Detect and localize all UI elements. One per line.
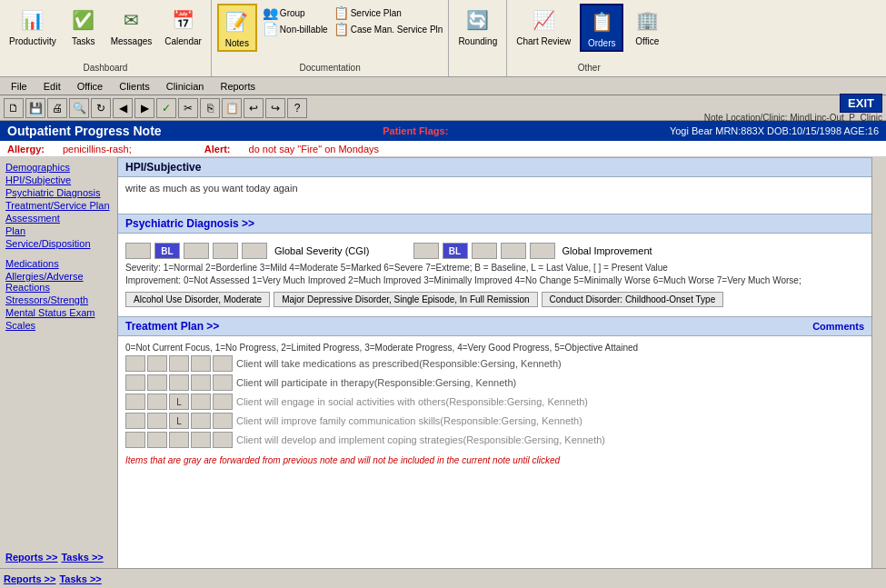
menu-edit[interactable]: Edit: [36, 79, 68, 94]
help-btn[interactable]: ?: [287, 98, 307, 118]
sidebar-item-assessment[interactable]: Assessment: [4, 212, 114, 224]
sidebar-item-medications[interactable]: Medications: [4, 257, 114, 270]
t-box-0-4[interactable]: [191, 355, 211, 372]
bottom-tasks-btn[interactable]: Tasks >>: [59, 573, 101, 584]
t-box-1-4[interactable]: [191, 374, 211, 391]
t-box-3-2[interactable]: [147, 413, 167, 429]
t-box-2-1[interactable]: [125, 394, 145, 410]
tasks-bottom-btn[interactable]: Tasks >>: [61, 552, 103, 563]
orders-button[interactable]: 📋 Orders: [580, 4, 623, 52]
t-box-0-2[interactable]: [147, 355, 167, 372]
group-button[interactable]: 👥 Group: [263, 5, 328, 20]
sev-box-4[interactable]: [213, 243, 238, 259]
sev-box-5[interactable]: [242, 243, 267, 259]
undo-btn[interactable]: ↩: [244, 98, 264, 118]
exit-button[interactable]: EXIT: [840, 94, 882, 113]
menu-clinician[interactable]: Clinician: [159, 79, 212, 94]
t-box-0-1[interactable]: [125, 355, 145, 372]
treatment-header-link[interactable]: Treatment Plan >>: [125, 320, 219, 333]
chart-review-button[interactable]: 📈 Chart Review: [513, 4, 574, 48]
sidebar-item-allergies[interactable]: Allergies/Adverse Reactions: [4, 270, 114, 294]
print-btn[interactable]: 🖨: [47, 98, 67, 118]
calendar-button[interactable]: 📅 Calendar: [161, 4, 205, 48]
sidebar-item-treatment[interactable]: Treatment/Service Plan: [4, 199, 114, 212]
t-box-4-4[interactable]: [191, 432, 211, 448]
imp-box-bl[interactable]: BL: [443, 243, 468, 259]
menu-office[interactable]: Office: [70, 79, 111, 94]
imp-box-3[interactable]: [472, 243, 497, 259]
t-box-3-5[interactable]: [213, 413, 233, 429]
t-box-3-l[interactable]: L: [169, 413, 189, 429]
new-btn[interactable]: 🗋: [4, 98, 24, 118]
t-box-3-4[interactable]: [191, 413, 211, 429]
back-btn[interactable]: ◀: [113, 98, 133, 118]
t-box-1-2[interactable]: [147, 374, 167, 391]
t-box-4-5[interactable]: [213, 432, 233, 448]
t-box-3-1[interactable]: [125, 413, 145, 429]
treatment-row-2: L Client will engage in social activitie…: [125, 394, 864, 410]
sidebar-item-mental-status[interactable]: Mental Status Exam: [4, 306, 114, 319]
sidebar-item-scales[interactable]: Scales: [4, 319, 114, 332]
t-box-2-5[interactable]: [213, 394, 233, 410]
t-box-1-1[interactable]: [125, 374, 145, 391]
treatment-text-2[interactable]: Client will engage in social activities …: [236, 396, 588, 407]
hpi-section-header: HPI/Subjective: [118, 157, 871, 177]
bottom-reports-btn[interactable]: Reports >>: [4, 573, 55, 584]
sidebar-item-hpi[interactable]: HPI/Subjective: [4, 174, 114, 186]
allergy-value: penicillins-rash;: [63, 144, 132, 154]
copy-btn[interactable]: ⎘: [200, 98, 220, 118]
tasks-button[interactable]: ✅ Tasks: [65, 4, 102, 48]
menu-file[interactable]: File: [4, 79, 35, 94]
page-title: Outpatient Progress Note: [7, 124, 162, 138]
psych-header-link[interactable]: Psychiatric Diagnosis >>: [125, 217, 254, 230]
t-box-1-3[interactable]: [169, 374, 189, 391]
t-box-2-4[interactable]: [191, 394, 211, 410]
sev-box-1[interactable]: [125, 243, 151, 259]
sev-box-3[interactable]: [184, 243, 209, 259]
refresh-btn[interactable]: ↻: [91, 98, 111, 118]
rounding-button[interactable]: 🔄 Rounding: [454, 4, 501, 48]
save-btn[interactable]: 💾: [25, 98, 45, 118]
dx-pill-1[interactable]: Major Depressive Disorder, Single Episod…: [274, 292, 537, 307]
t-box-4-3[interactable]: [169, 432, 189, 448]
sidebar-nav: Demographics HPI/Subjective Psychiatric …: [4, 161, 114, 332]
notes-button[interactable]: 📝 Notes: [217, 4, 257, 52]
forward-btn[interactable]: ▶: [134, 98, 154, 118]
t-box-1-5[interactable]: [213, 374, 233, 391]
sev-box-bl[interactable]: BL: [154, 243, 180, 259]
treatment-text-3[interactable]: Client will improve family communication…: [236, 415, 582, 426]
caseman-button[interactable]: 📋 Case Man. Service Pln: [333, 22, 443, 36]
t-box-2-2[interactable]: [147, 394, 167, 410]
productivity-button[interactable]: 📊 Productivity: [5, 4, 60, 48]
sidebar-item-service[interactable]: Service/Disposition: [4, 237, 114, 250]
t-box-4-2[interactable]: [147, 432, 167, 448]
menu-reports[interactable]: Reports: [213, 79, 263, 94]
treatment-text-4[interactable]: Client will develop and implement coping…: [236, 434, 605, 445]
sidebar-item-stressors[interactable]: Stressors/Strength: [4, 294, 114, 306]
imp-box-4[interactable]: [501, 243, 526, 259]
sidebar-item-demographics[interactable]: Demographics: [4, 161, 114, 174]
messages-button[interactable]: ✉ Messages: [107, 4, 156, 48]
sidebar-item-plan[interactable]: Plan: [4, 224, 114, 237]
t-box-0-5[interactable]: [213, 355, 233, 372]
imp-box-5[interactable]: [530, 243, 555, 259]
office-button[interactable]: 🏢 Office: [629, 4, 665, 48]
nonbillable-button[interactable]: 📄 Non-billable: [263, 22, 328, 36]
serviceplan-button[interactable]: 📋 Service Plan: [333, 5, 443, 20]
paste-btn[interactable]: 📋: [222, 98, 242, 118]
scrollbar[interactable]: [871, 157, 886, 568]
menu-clients[interactable]: Clients: [112, 79, 157, 94]
reports-bottom-btn[interactable]: Reports >>: [5, 552, 57, 563]
redo-btn[interactable]: ↪: [265, 98, 285, 118]
dx-pill-2[interactable]: Conduct Disorder: Childhood-Onset Type: [542, 292, 724, 307]
cut-btn[interactable]: ✂: [178, 98, 198, 118]
t-box-4-1[interactable]: [125, 432, 145, 448]
imp-box-1[interactable]: [413, 243, 439, 259]
dx-pill-0[interactable]: Alcohol Use Disorder, Moderate: [125, 292, 270, 307]
sidebar-item-psych-dx[interactable]: Psychiatric Diagnosis: [4, 186, 114, 199]
treatment-boxes-4: [125, 432, 233, 448]
t-box-0-3[interactable]: [169, 355, 189, 372]
check-btn[interactable]: ✓: [156, 98, 176, 118]
t-box-2-l[interactable]: L: [169, 394, 189, 410]
search-btn[interactable]: 🔍: [69, 98, 89, 118]
